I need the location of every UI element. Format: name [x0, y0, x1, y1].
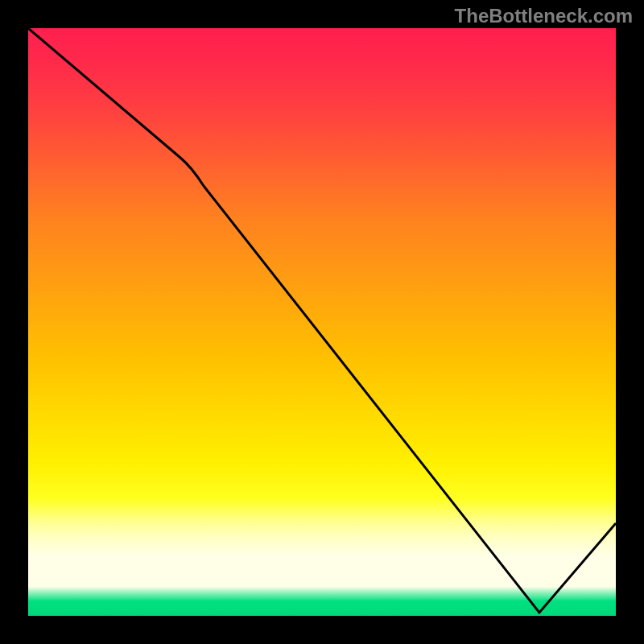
chart-plot-area: [28, 28, 616, 616]
bottleneck-curve: [28, 28, 616, 613]
watermark-text: TheBottleneck.com: [455, 5, 633, 27]
chart-line-layer: [28, 28, 616, 616]
